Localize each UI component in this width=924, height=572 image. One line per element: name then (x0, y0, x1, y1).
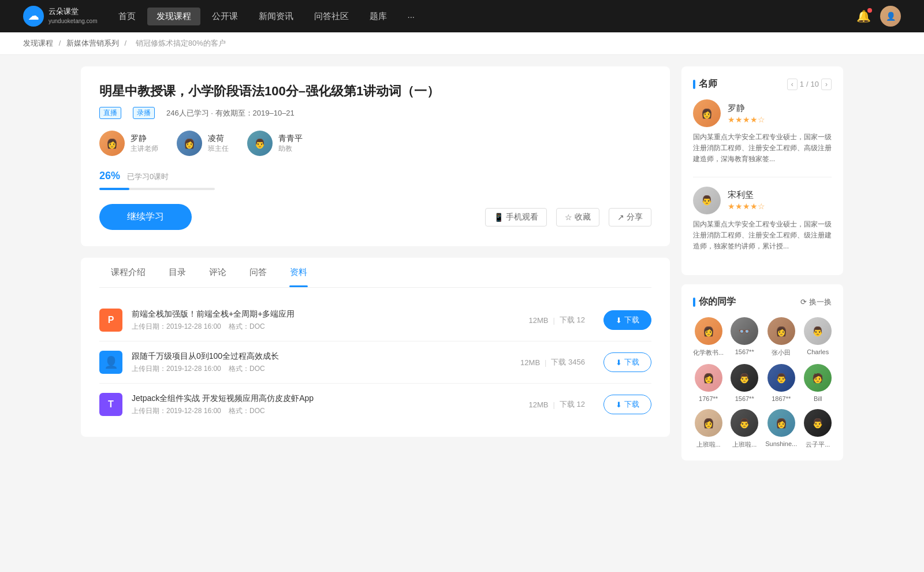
right-panel: 名师 ‹ 1 / 10 › 👩 罗静 ★★★★☆ (681, 66, 843, 470)
classmate-avatar-7: 🧑 (804, 364, 832, 392)
classmate-9[interactable]: 👨 上班啦... (731, 409, 758, 449)
continue-learning-button[interactable]: 继续学习 (99, 204, 192, 230)
share-button[interactable]: ↗ 分享 (609, 208, 651, 226)
classmate-avatar-5: 👨 (731, 364, 758, 392)
file-downloads-0: 下载 12 (560, 315, 585, 325)
classmate-11[interactable]: 👨 云子平... (804, 409, 832, 449)
file-downloads-2: 下载 12 (560, 399, 585, 410)
refresh-classmates-button[interactable]: ⟳ 换一换 (800, 297, 832, 307)
file-name-2: Jetpack全组件实战 开发短视频应用高仿皮皮虾App (132, 393, 520, 404)
bell-icon[interactable]: 🔔 (856, 9, 871, 23)
classmate-name-3: Charles (804, 348, 832, 355)
nav-item-qa[interactable]: 问答社区 (305, 8, 358, 25)
action-links: 📱 手机观看 ☆ 收藏 ↗ 分享 (485, 208, 651, 226)
classmate-4[interactable]: 👩 1767** (693, 364, 724, 402)
teacher-item-1: 👩 凌荷 班主任 (177, 131, 229, 156)
file-size-0: 12MB (529, 316, 549, 325)
breadcrumb-sep1: / (59, 39, 63, 47)
right-teacher-top-1: 👨 宋利坚 ★★★★☆ (693, 187, 832, 214)
classmate-10[interactable]: 👩 Sunshine... (765, 409, 797, 449)
progress-bar-fill (99, 188, 129, 190)
share-label: 分享 (627, 212, 643, 222)
tab-qa[interactable]: 问答 (238, 258, 278, 287)
classmate-avatar-10: 👩 (767, 409, 795, 437)
navbar: ☁ 云朵课堂yunduoketang.com 首页 发现课程 公开课 新闻资讯 … (0, 0, 924, 32)
nav-item-discover[interactable]: 发现课程 (147, 8, 200, 25)
prev-page-button[interactable]: ‹ (787, 79, 798, 90)
file-meta-2: 上传日期：2019-12-28 16:00 格式：DOC (132, 406, 520, 416)
main-container: 明星中教授课，小学阶段语法100分–强化级第1讲动词（一） 直播 录播 246人… (58, 55, 866, 481)
tab-resources[interactable]: 资料 (278, 258, 319, 287)
right-teacher-desc-0: 国内某重点大学安全工程专业硕士，国家一级注册消防工程师、注册安全工程师、高级注册… (693, 132, 832, 165)
left-panel: 明星中教授课，小学阶段语法100分–强化级第1讲动词（一） 直播 录播 246人… (81, 66, 670, 470)
breadcrumb-current: 销冠修炼术搞定80%的客户 (136, 39, 226, 47)
file-downloads-1: 下载 3456 (551, 357, 585, 367)
download-button-2[interactable]: ⬇ 下载 (603, 395, 651, 414)
classmate-0[interactable]: 👩 化学教书... (693, 317, 724, 357)
file-stats-0: 12MB | 下载 12 (529, 315, 585, 325)
favorite-button[interactable]: ☆ 收藏 (556, 208, 599, 226)
logo-text: 云朵课堂yunduoketang.com (49, 7, 98, 25)
course-info: 246人已学习 · 有效期至：2019–10–21 (166, 108, 295, 118)
file-meta-1: 上传日期：2019-12-28 16:00 格式：DOC (132, 364, 511, 374)
classmate-name-0: 化学教书... (693, 348, 724, 357)
nav-item-home[interactable]: 首页 (109, 8, 145, 25)
tab-contents[interactable]: 目录 (157, 258, 198, 287)
classmate-7[interactable]: 🧑 Bill (804, 364, 832, 402)
classmate-8[interactable]: 👩 上班啦... (693, 409, 724, 449)
classmate-name-5: 1567** (731, 395, 758, 402)
nav-item-public[interactable]: 公开课 (203, 8, 247, 25)
file-icon-1: 👤 (99, 351, 122, 374)
file-size-2: 12MB (529, 400, 549, 409)
classmate-2[interactable]: 👩 张小田 (765, 317, 797, 357)
classmate-5[interactable]: 👨 1567** (731, 364, 758, 402)
download-icon-2: ⬇ (616, 400, 622, 409)
classmate-name-9: 上班啦... (731, 440, 758, 449)
classmate-name-10: Sunshine... (765, 440, 797, 447)
teachers-pagination: ‹ 1 / 10 › (787, 79, 832, 90)
right-teacher-desc-1: 国内某重点大学安全工程专业硕士，国家一级注册消防工程师、注册安全工程师、级注册建… (693, 219, 832, 252)
classmates-grid: 👩 化学教书... 👓 1567** 👩 张小田 👨 Charles (693, 317, 832, 449)
teacher-divider (693, 177, 832, 177)
file-date-2: 上传日期：2019-12-28 16:00 (132, 407, 221, 415)
right-teacher-stars-0: ★★★★☆ (728, 115, 765, 124)
file-format-0: 格式：DOC (229, 322, 265, 330)
classmates-title: 你的同学 (693, 296, 736, 308)
classmate-avatar-4: 👩 (695, 364, 722, 392)
right-teacher-name-1: 宋利坚 (728, 190, 765, 200)
breadcrumb-link-discover[interactable]: 发现课程 (23, 39, 53, 47)
classmates-card-header: 你的同学 ⟳ 换一换 (693, 296, 832, 308)
file-stats-1: 12MB | 下载 3456 (520, 357, 585, 367)
refresh-icon: ⟳ (800, 298, 807, 306)
nav-item-news[interactable]: 新闻资讯 (249, 8, 303, 25)
teacher-avatar-2: 👨 (247, 131, 273, 156)
tab-reviews[interactable]: 评论 (198, 258, 238, 287)
classmate-name-1: 1567** (731, 348, 758, 355)
teacher-avatar-0: 👩 (99, 131, 125, 156)
next-page-button[interactable]: › (821, 79, 832, 90)
classmate-6[interactable]: 👨 1867** (765, 364, 797, 402)
teacher-role-0: 主讲老师 (131, 144, 158, 154)
file-info-1: 跟随千万级项目从0到100全过程高效成长 上传日期：2019-12-28 16:… (132, 351, 511, 374)
download-button-1[interactable]: ⬇ 下载 (603, 352, 651, 372)
user-avatar[interactable]: 👤 (880, 6, 901, 27)
tab-content: P 前端全栈加强版！前端全栈+全周期+多端应用 上传日期：2019-12-28 … (99, 288, 651, 437)
mobile-label: 手机观看 (506, 212, 538, 222)
breadcrumb-link-series[interactable]: 新媒体营销系列 (66, 39, 119, 47)
tabs-section: 课程介绍 目录 评论 问答 资料 P 前端全栈加强版！前端全栈+全周期+多端应用… (81, 258, 670, 437)
classmate-name-6: 1867** (765, 395, 797, 402)
badge-live: 直播 (99, 107, 121, 119)
progress-bar-bg (99, 188, 215, 190)
download-button-0[interactable]: ⬇ 下载 (603, 310, 651, 330)
tabs-nav: 课程介绍 目录 评论 问答 资料 (99, 258, 651, 288)
tab-intro[interactable]: 课程介绍 (99, 258, 157, 287)
teachers-card-header: 名师 ‹ 1 / 10 › (693, 78, 832, 90)
classmate-1[interactable]: 👓 1567** (731, 317, 758, 357)
mobile-view-button[interactable]: 📱 手机观看 (485, 208, 547, 226)
classmate-3[interactable]: 👨 Charles (804, 317, 832, 357)
file-date-0: 上传日期：2019-12-28 16:00 (132, 322, 221, 330)
logo[interactable]: ☁ 云朵课堂yunduoketang.com (23, 6, 98, 27)
file-icon-2: T (99, 393, 122, 416)
nav-item-more[interactable]: ··· (398, 8, 424, 25)
nav-item-quiz[interactable]: 题库 (360, 8, 396, 25)
